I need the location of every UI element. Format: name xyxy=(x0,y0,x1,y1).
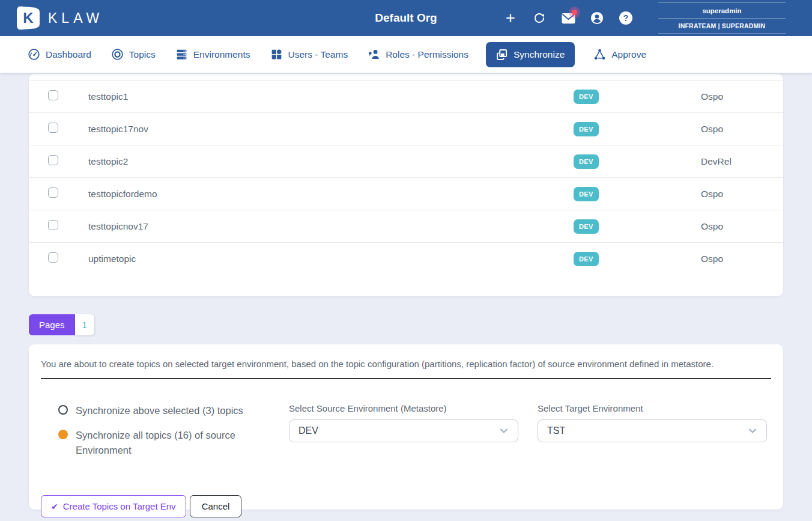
cancel-button[interactable]: Cancel xyxy=(190,495,242,517)
table-row: testtopicnov17 DEV Ospo xyxy=(29,210,783,242)
option-selected-topics[interactable]: Synchronize above selected (3) topics xyxy=(58,403,289,418)
row-checkbox[interactable] xyxy=(48,123,58,133)
nav-roles-permissions[interactable]: Roles - Permissions xyxy=(366,41,470,67)
source-env-group: Select Source Environment (Metastore) DE… xyxy=(289,403,518,468)
panel-description: You are about to create topics on select… xyxy=(41,359,771,369)
pagination: Pages 1 xyxy=(29,314,783,335)
target-env-group: Select Target Environment TST xyxy=(538,403,767,468)
brand-text: KLAW xyxy=(48,10,103,26)
radio-unchecked-icon[interactable] xyxy=(58,405,68,415)
target-env-label: Select Target Environment xyxy=(538,403,767,413)
plus-icon: + xyxy=(506,12,515,24)
env-cell: DEV xyxy=(574,219,701,234)
env-cell: DEV xyxy=(574,90,701,104)
help-button[interactable]: ? xyxy=(619,11,633,25)
env-badge: DEV xyxy=(574,187,599,201)
env-badge: DEV xyxy=(574,219,599,234)
page-number-1[interactable]: 1 xyxy=(75,314,94,335)
option-all-topics[interactable]: Synchronize all topics (16) of source En… xyxy=(58,428,289,458)
refresh-button[interactable] xyxy=(532,11,547,25)
main-content: testtopic1 DEV Ospo testtopic17nov DEV O… xyxy=(0,73,812,510)
dashboard-icon xyxy=(28,48,40,61)
header-actions: + ? xyxy=(503,2,812,34)
sync-options: Synchronize above selected (3) topics Sy… xyxy=(41,403,289,468)
team-role: INFRATEAM | SUPERADMIN xyxy=(679,22,766,29)
row-checkbox[interactable] xyxy=(48,252,58,263)
row-checkbox[interactable] xyxy=(48,220,58,230)
target-env-select[interactable]: TST xyxy=(538,419,767,442)
nav-environments[interactable]: Environments xyxy=(174,41,252,67)
source-env-select[interactable]: DEV xyxy=(289,419,518,442)
env-cell: DEV xyxy=(574,187,701,201)
synchronize-panel: You are about to create topics on select… xyxy=(29,344,783,510)
sync-form: Synchronize above selected (3) topics Sy… xyxy=(41,403,771,468)
checkbox-cell xyxy=(48,187,88,200)
user-menu[interactable]: superadmin INFRATEAM | SUPERADMIN xyxy=(658,2,786,34)
row-checkbox[interactable] xyxy=(48,90,58,100)
env-cell: DEV xyxy=(574,252,701,266)
env-cell: DEV xyxy=(574,154,701,169)
users-teams-icon xyxy=(270,48,283,61)
create-topics-button[interactable]: ✔ Create Topics on Target Env xyxy=(41,495,186,517)
chevron-down-icon xyxy=(499,426,509,436)
pages-label: Pages xyxy=(29,314,75,335)
approve-icon xyxy=(593,48,606,61)
checkbox-cell xyxy=(48,90,88,103)
env-cell: DEV xyxy=(574,122,701,136)
profile-button[interactable] xyxy=(590,11,604,25)
question-icon: ? xyxy=(619,11,632,25)
org-title: Default Org xyxy=(375,11,437,25)
form-actions: ✔ Create Topics on Target Env Cancel xyxy=(41,495,771,517)
username: superadmin xyxy=(702,7,741,14)
klaw-logo-icon: K xyxy=(17,6,40,30)
topic-name: uptimetopic xyxy=(88,254,574,264)
table-row: testtopic2 DEV DevRel xyxy=(29,145,783,177)
env-badge: DEV xyxy=(574,90,599,104)
add-button[interactable]: + xyxy=(503,11,518,25)
checkmark-icon: ✔ xyxy=(51,502,58,511)
brand[interactable]: K KLAW xyxy=(17,6,103,30)
row-checkbox[interactable] xyxy=(48,187,58,198)
topic-name: testtopic17nov xyxy=(88,124,574,135)
nav-approve[interactable]: Approve xyxy=(592,41,647,67)
chevron-down-icon xyxy=(748,426,757,436)
row-checkbox[interactable] xyxy=(48,155,58,165)
checkbox-cell xyxy=(48,155,88,168)
table-row: testtopic17nov DEV Ospo xyxy=(29,112,783,145)
nav-users-teams[interactable]: Users - Teams xyxy=(269,41,350,67)
checkbox-cell xyxy=(48,252,88,265)
team-name: Ospo xyxy=(701,254,783,264)
app-header: K KLAW Default Org + xyxy=(0,0,812,36)
divider xyxy=(41,378,771,379)
checkbox-cell xyxy=(48,123,88,135)
target-env-value: TST xyxy=(547,425,565,436)
nav-dashboard[interactable]: Dashboard xyxy=(26,41,92,67)
nav-topics[interactable]: Topics xyxy=(110,41,157,67)
main-nav: Dashboard Topics Environments xyxy=(0,36,812,73)
env-badge: DEV xyxy=(574,154,599,169)
topics-table: testtopic1 DEV Ospo testtopic17nov DEV O… xyxy=(29,74,783,296)
notifications-button[interactable] xyxy=(561,11,575,25)
roles-permissions-icon xyxy=(368,48,380,61)
radio-checked-icon[interactable] xyxy=(58,430,68,439)
nav-synchronize[interactable]: Synchronize xyxy=(486,42,575,67)
environments-icon xyxy=(175,48,188,61)
klaw-app: K KLAW Default Org + xyxy=(0,0,812,510)
topic-name: testtopic1 xyxy=(88,91,574,102)
source-env-value: DEV xyxy=(298,425,318,436)
user-icon xyxy=(590,11,604,25)
table-row: testtopicfordemo DEV Ospo xyxy=(29,177,783,210)
team-name: DevRel xyxy=(701,156,783,167)
table-row: testtopic1 DEV Ospo xyxy=(29,80,783,112)
topics-icon xyxy=(111,48,124,61)
table-row: uptimetopic DEV Ospo xyxy=(29,242,783,275)
env-badge: DEV xyxy=(574,252,599,266)
team-name: Ospo xyxy=(701,221,783,232)
synchronize-icon xyxy=(496,49,508,61)
team-name: Ospo xyxy=(701,124,783,135)
topic-name: testtopic2 xyxy=(88,156,574,167)
checkbox-cell xyxy=(48,220,88,233)
team-name: Ospo xyxy=(701,91,783,102)
team-name: Ospo xyxy=(701,189,783,200)
topic-name: testtopicfordemo xyxy=(88,189,574,200)
